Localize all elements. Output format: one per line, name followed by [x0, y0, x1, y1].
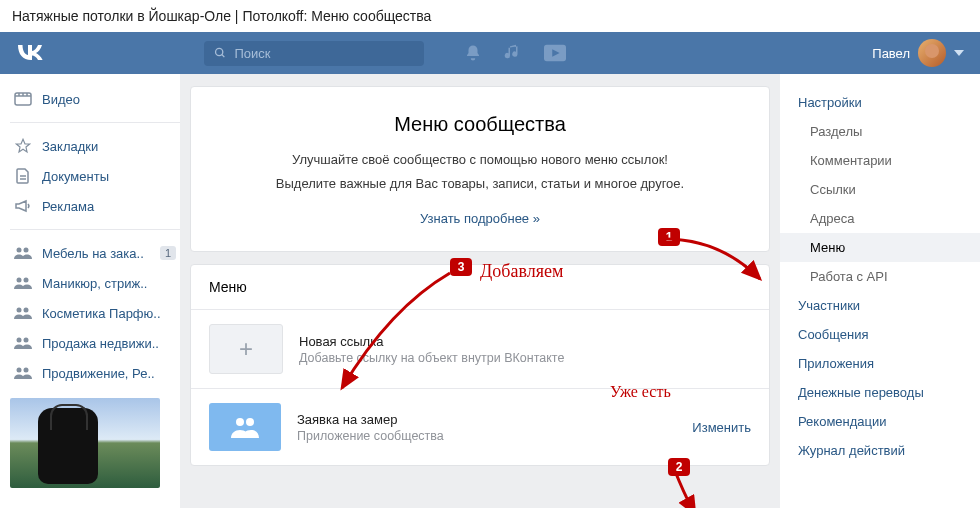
nav-group[interactable]: Продажа недвижи.. — [10, 328, 180, 358]
nav-group[interactable]: Маникюр, стриж.. — [10, 268, 180, 298]
edit-link[interactable]: Изменить — [692, 420, 751, 435]
page-title: Меню сообщества — [221, 113, 739, 136]
nav-group[interactable]: Мебель на зака.. 1 — [10, 238, 180, 268]
rnav-sections[interactable]: Разделы — [780, 117, 980, 146]
svg-line-1 — [222, 55, 225, 58]
nav-label: Закладки — [42, 139, 98, 154]
svg-point-17 — [24, 338, 29, 343]
chevron-down-icon — [954, 50, 964, 56]
svg-point-11 — [24, 248, 29, 253]
svg-point-15 — [24, 308, 29, 313]
rnav-links[interactable]: Ссылки — [780, 175, 980, 204]
count-badge: 1 — [160, 246, 176, 260]
row-title: Новая ссылка — [299, 334, 751, 349]
annotation-arrow-2 — [645, 466, 705, 508]
intro-line1: Улучшайте своё сообщество с помощью ново… — [221, 150, 739, 170]
svg-point-21 — [246, 418, 254, 426]
rnav-addresses[interactable]: Адреса — [780, 204, 980, 233]
header-user[interactable]: Павел — [872, 39, 964, 67]
nav-label: Продажа недвижи.. — [42, 336, 159, 351]
vk-logo[interactable] — [16, 42, 44, 65]
svg-point-13 — [24, 278, 29, 283]
add-link-row[interactable]: + Новая ссылка Добавьте ссылку на объект… — [191, 310, 769, 389]
vk-header: Павел — [0, 32, 980, 74]
svg-point-0 — [216, 48, 223, 55]
row-sub: Приложение сообщества — [297, 429, 682, 443]
rnav-payments[interactable]: Денежные переводы — [780, 378, 980, 407]
rnav-log[interactable]: Журнал действий — [780, 436, 980, 465]
svg-point-10 — [17, 248, 22, 253]
nav-label: Маникюр, стриж.. — [42, 276, 147, 291]
vk-logo-icon — [16, 44, 44, 60]
search-input-wrap[interactable] — [204, 41, 424, 66]
rnav-members[interactable]: Участники — [780, 291, 980, 320]
svg-point-14 — [17, 308, 22, 313]
rnav-settings[interactable]: Настройки — [780, 88, 980, 117]
rnav-messages[interactable]: Сообщения — [780, 320, 980, 349]
avatar — [918, 39, 946, 67]
rnav-comments[interactable]: Комментарии — [780, 146, 980, 175]
music-icon[interactable] — [504, 44, 522, 62]
group-icon — [14, 334, 32, 352]
rnav-recs[interactable]: Рекомендации — [780, 407, 980, 436]
existing-link-row: Заявка на замер Приложение сообщества Из… — [191, 389, 769, 465]
rnav-api[interactable]: Работа с API — [780, 262, 980, 291]
rnav-apps[interactable]: Приложения — [780, 349, 980, 378]
svg-point-18 — [17, 368, 22, 373]
search-input[interactable] — [232, 45, 414, 62]
nav-label: Видео — [42, 92, 80, 107]
group-icon — [14, 274, 32, 292]
star-icon — [14, 137, 32, 155]
nav-label: Косметика Парфю.. — [42, 306, 161, 321]
side-promo-image[interactable] — [10, 398, 160, 488]
nav-label: Реклама — [42, 199, 94, 214]
video-icon — [14, 90, 32, 108]
svg-point-12 — [17, 278, 22, 283]
app-thumb-icon — [209, 403, 281, 451]
nav-label: Документы — [42, 169, 109, 184]
nav-docs[interactable]: Документы — [10, 161, 180, 191]
row-title: Заявка на замер — [297, 412, 682, 427]
menu-panel-header: Меню — [191, 265, 769, 310]
group-icon — [14, 364, 32, 382]
megaphone-icon — [14, 197, 32, 215]
row-sub: Добавьте ссылку на объект внутри ВКонтак… — [299, 351, 751, 365]
doc-icon — [14, 167, 32, 185]
intro-panel: Меню сообщества Улучшайте своё сообществ… — [190, 86, 770, 252]
browser-tab-title: Натяжные потолки в Йошкар-Оле | Потолкоf… — [0, 0, 980, 32]
nav-bookmarks[interactable]: Закладки — [10, 131, 180, 161]
learn-more-link[interactable]: Узнать подробнее » — [420, 211, 540, 226]
group-icon — [14, 244, 32, 262]
bell-icon[interactable] — [464, 44, 482, 62]
right-nav: Настройки Разделы Комментарии Ссылки Адр… — [780, 74, 980, 508]
intro-line2: Выделите важные для Вас товары, записи, … — [221, 174, 739, 194]
nav-group[interactable]: Продвижение, Ре.. — [10, 358, 180, 388]
rnav-menu[interactable]: Меню — [780, 233, 980, 262]
nav-group[interactable]: Косметика Парфю.. — [10, 298, 180, 328]
nav-ads[interactable]: Реклама — [10, 191, 180, 221]
left-nav: Видео Закладки Документы Реклама Мебель … — [0, 74, 180, 508]
play-icon[interactable] — [544, 44, 566, 62]
plus-icon: + — [209, 324, 283, 374]
search-icon — [214, 46, 226, 60]
svg-point-20 — [236, 418, 244, 426]
nav-label: Продвижение, Ре.. — [42, 366, 155, 381]
group-icon — [14, 304, 32, 322]
user-name: Павел — [872, 46, 910, 61]
nav-label: Мебель на зака.. — [42, 246, 144, 261]
menu-panel: Меню + Новая ссылка Добавьте ссылку на о… — [190, 264, 770, 466]
nav-video[interactable]: Видео — [10, 84, 180, 114]
svg-point-16 — [17, 338, 22, 343]
svg-point-19 — [24, 368, 29, 373]
